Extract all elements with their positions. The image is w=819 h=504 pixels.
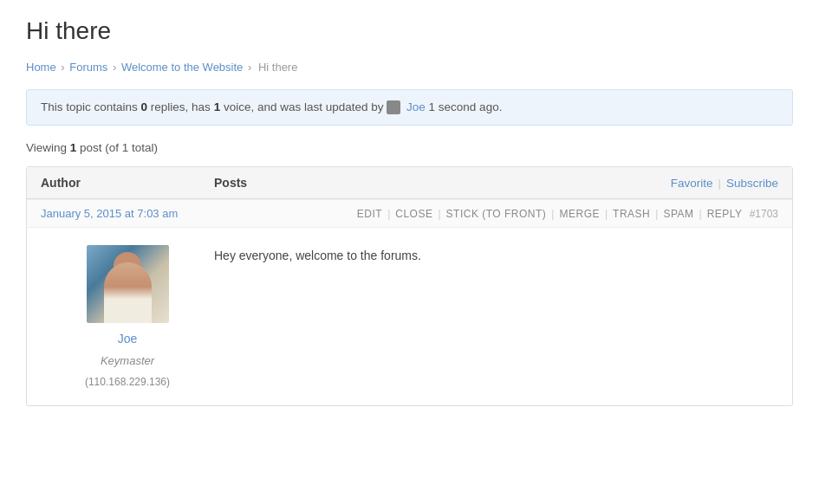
action-trash[interactable]: TRASH: [613, 208, 650, 220]
avatar-body: [104, 262, 152, 323]
header-sep: |: [718, 177, 721, 190]
author-ip: (110.168.229.136): [85, 376, 170, 388]
post-content-area: Joe Keymaster (110.168.229.136) Hey ever…: [27, 228, 792, 405]
breadcrumb-sep-1: ›: [61, 61, 68, 74]
action-spam[interactable]: SPAM: [663, 208, 693, 220]
post-actions: EDIT | CLOSE | STICK (TO FRONT) | MERGE …: [357, 208, 778, 220]
viewing-text: Viewing 1 post (of 1 total): [26, 141, 793, 154]
breadcrumb-sep-3: ›: [248, 61, 255, 74]
action-edit[interactable]: EDIT: [357, 208, 382, 220]
action-reply[interactable]: REPLY: [707, 208, 743, 220]
page-title: Hi there: [26, 17, 793, 45]
info-suffix: .: [499, 100, 503, 113]
post-body: Hey everyone, welcome to the forums.: [214, 245, 778, 262]
author-role: Keymaster: [101, 354, 154, 367]
breadcrumb-welcome[interactable]: Welcome to the Website: [121, 61, 243, 74]
post-id: #1703: [750, 208, 778, 220]
breadcrumb-forums[interactable]: Forums: [69, 61, 107, 74]
viewing-suffix: post (of 1 total): [76, 141, 158, 154]
breadcrumb-sep-2: ›: [113, 61, 120, 74]
user-mini-avatar: [387, 100, 400, 114]
breadcrumb-current: Hi there: [258, 61, 298, 74]
post-meta-row: January 5, 2015 at 7:03 am EDIT | CLOSE …: [27, 200, 792, 228]
info-time: 1 second ago: [429, 100, 499, 113]
action-merge[interactable]: MERGE: [559, 208, 600, 220]
table-row: January 5, 2015 at 7:03 am EDIT | CLOSE …: [27, 199, 792, 405]
author-name-link[interactable]: Joe: [118, 332, 138, 346]
action-close[interactable]: CLOSE: [395, 208, 432, 220]
table-header: Author Posts Favorite | Subscribe: [27, 167, 792, 199]
subscribe-link[interactable]: Subscribe: [726, 177, 778, 190]
info-text-mid1: replies, has: [147, 100, 214, 113]
viewing-prefix: Viewing: [26, 141, 70, 154]
favorite-link[interactable]: Favorite: [671, 177, 713, 190]
post-author-column: Joe Keymaster (110.168.229.136): [41, 245, 214, 388]
info-user-link[interactable]: Joe: [406, 100, 426, 113]
header-posts-label: Posts: [214, 176, 671, 190]
header-actions: Favorite | Subscribe: [671, 177, 778, 190]
info-text-mid2: voice, and was last updated by: [220, 100, 387, 113]
breadcrumb: Home › Forums › Welcome to the Website ›…: [26, 61, 793, 74]
author-avatar: [87, 245, 169, 323]
breadcrumb-home[interactable]: Home: [26, 61, 56, 74]
post-date: January 5, 2015 at 7:03 am: [41, 207, 357, 220]
info-text-prefix: This topic contains: [41, 100, 141, 113]
action-stick[interactable]: STICK (TO FRONT): [446, 208, 547, 220]
voice-count: 1: [214, 100, 221, 113]
topic-info-box: This topic contains 0 replies, has 1 voi…: [26, 89, 793, 126]
forum-table: Author Posts Favorite | Subscribe Januar…: [26, 166, 793, 406]
header-author-label: Author: [41, 176, 214, 190]
replies-count: 0: [141, 100, 148, 113]
